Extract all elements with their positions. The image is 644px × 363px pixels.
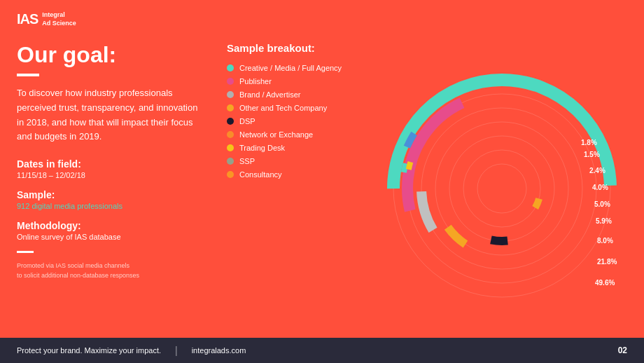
legend-label: DSP <box>239 117 255 125</box>
pct-label: 5.0% <box>594 200 610 208</box>
donut-chart: 1.8% 1.5% 2.4% 4.0% 5.0% 5.9% 8.0% 21.8%… <box>383 69 621 308</box>
dates-value: 11/15/18 – 12/02/18 <box>17 171 220 179</box>
legend-dot <box>227 64 234 71</box>
page-number: 02 <box>618 345 627 355</box>
pct-label: 5.9% <box>596 217 612 225</box>
list-item: Other and Tech Company <box>227 104 360 112</box>
svg-point-10 <box>435 122 568 255</box>
list-item: Creative / Media / Full Agency <box>227 64 360 72</box>
legend-label: Network or Exchange <box>239 130 313 139</box>
logo: IAS Integral Ad Science <box>17 11 76 27</box>
pct-label: 4.0% <box>592 184 608 191</box>
legend-label: Trading Desk <box>239 144 285 152</box>
legend-label: Publisher <box>239 77 272 85</box>
pct-label: 2.4% <box>589 167 606 174</box>
methodology-value: Online survey of IAS database <box>17 233 220 241</box>
logo-text: Integral Ad Science <box>42 11 76 27</box>
legend-dot <box>227 91 234 98</box>
svg-point-4 <box>449 136 554 241</box>
list-item: Network or Exchange <box>227 130 360 139</box>
legend-dot <box>227 144 234 151</box>
left-panel: Our goal: To discover how industry profe… <box>17 42 220 335</box>
title-underline <box>17 74 39 76</box>
legend-dot <box>227 171 234 178</box>
list-item: Trading Desk <box>227 144 360 152</box>
chart-panel: 1.8% 1.5% 2.4% 4.0% 5.0% 5.9% 8.0% 21.8%… <box>360 42 644 335</box>
pct-label: 49.6% <box>595 279 615 287</box>
list-item: Consultancy <box>227 170 360 179</box>
list-item: SSP <box>227 157 360 165</box>
list-item: Brand / Advertiser <box>227 90 360 99</box>
legend-dot <box>227 104 234 111</box>
pct-label: 8.0% <box>597 237 613 245</box>
footer: Protect your brand. Maximize your impact… <box>0 338 644 363</box>
page-title: Our goal: <box>17 42 220 68</box>
footer-tagline: Protect your brand. Maximize your impact… <box>17 346 161 355</box>
svg-point-12 <box>463 150 540 227</box>
list-item: DSP <box>227 117 360 125</box>
main-content: Our goal: To discover how industry profe… <box>17 42 644 335</box>
svg-point-7 <box>393 80 610 297</box>
svg-point-6 <box>477 164 526 213</box>
legend-dot <box>227 131 234 138</box>
legend-label: SSP <box>239 157 255 165</box>
legend-dot <box>227 78 234 85</box>
legend-label: Brand / Advertiser <box>239 90 300 99</box>
list-item: Publisher <box>227 77 360 85</box>
pct-label: 1.5% <box>584 151 600 158</box>
svg-point-11 <box>449 136 554 241</box>
description-text: To discover how industry professionals p… <box>17 86 206 144</box>
legend-dot <box>227 158 234 165</box>
legend-label: Consultancy <box>239 170 282 179</box>
sample-value: 912 digital media professionals <box>17 202 220 210</box>
svg-point-5 <box>463 150 540 227</box>
legend-dot <box>227 118 234 125</box>
breakout-title: Sample breakout: <box>227 42 360 54</box>
footer-divider: | <box>175 345 178 356</box>
dates-label: Dates in field: <box>17 158 220 170</box>
legend-label: Creative / Media / Full Agency <box>239 64 342 72</box>
logo-ias: IAS <box>17 11 38 27</box>
separator-bar <box>17 251 34 253</box>
footer-website: integralads.com <box>192 346 246 355</box>
sample-label: Sample: <box>17 189 220 200</box>
methodology-label: Methodology: <box>17 220 220 231</box>
promoted-text: Promoted via IAS social media channels t… <box>17 261 220 280</box>
legend-panel: Sample breakout: Creative / Media / Full… <box>220 42 360 335</box>
legend-label: Other and Tech Company <box>239 104 327 112</box>
pct-label: 21.8% <box>597 258 617 266</box>
pct-label: 1.8% <box>581 139 597 146</box>
